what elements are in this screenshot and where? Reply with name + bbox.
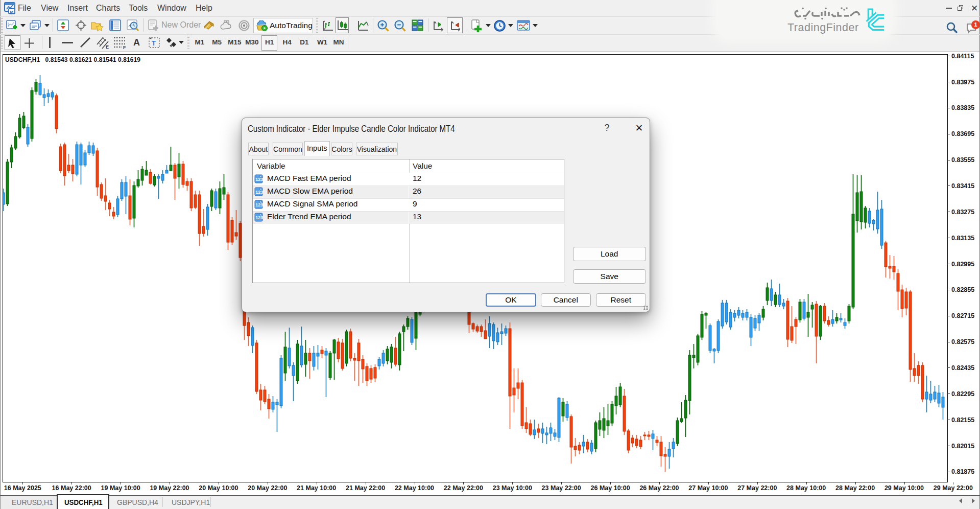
svg-text:123: 123	[255, 202, 263, 207]
svg-text:123: 123	[255, 190, 263, 195]
svg-text:F: F	[123, 45, 126, 49]
svg-text:T: T	[152, 39, 156, 47]
svg-text:123: 123	[255, 215, 263, 220]
svg-text:E: E	[106, 44, 109, 49]
svg-text:123: 123	[255, 177, 263, 182]
svg-text:M: M	[10, 10, 14, 14]
